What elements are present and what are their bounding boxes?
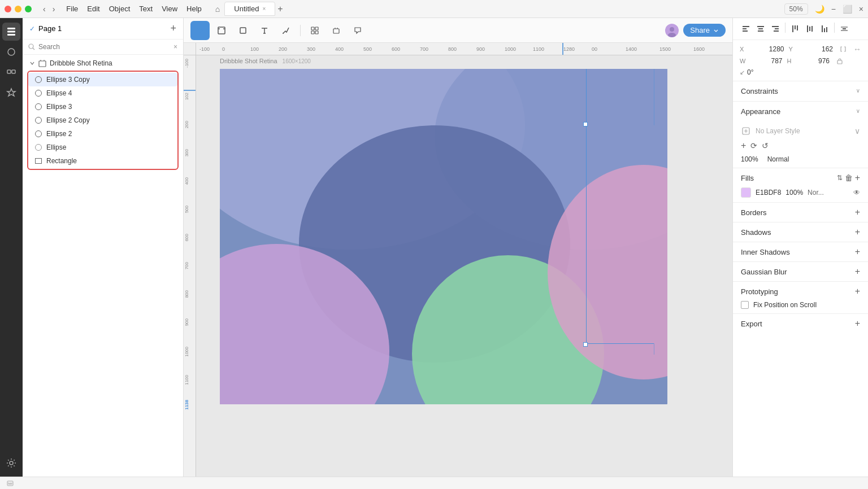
svg-rect-46 <box>843 28 846 29</box>
style-sync-btn[interactable]: ⟳ <box>750 141 757 150</box>
align-right-btn[interactable] <box>769 23 782 35</box>
shadows-add-btn[interactable]: + <box>855 227 860 237</box>
maximize-button[interactable] <box>25 6 32 12</box>
artboard-content[interactable] <box>220 69 667 404</box>
svg-rect-26 <box>743 26 749 27</box>
menu-edit[interactable]: Edit <box>87 5 99 13</box>
search-clear-button[interactable]: × <box>173 43 177 51</box>
layer-item-ellipse[interactable]: Ellipse <box>28 141 177 154</box>
appearance-header[interactable]: Appearance ∧ <box>733 102 868 121</box>
menu-help[interactable]: Help <box>186 5 202 13</box>
select-tool-btn[interactable] <box>190 21 210 40</box>
window-minimize-btn[interactable]: − <box>831 5 836 14</box>
pages-header: ✓ Page 1 + <box>23 18 183 40</box>
close-tab-icon[interactable]: × <box>262 6 266 12</box>
style-reset-btn[interactable]: ↺ <box>762 141 769 150</box>
theme-toggle[interactable]: 🌙 <box>815 5 824 14</box>
shapes-tool-btn[interactable] <box>305 21 324 40</box>
add-style-btn[interactable]: + <box>741 141 746 151</box>
svg-rect-0 <box>7 28 15 29</box>
angle-row: ↙ 0° <box>740 68 861 76</box>
close-button[interactable] <box>5 6 11 12</box>
layer-item-ellipse2copy[interactable]: Ellipse 2 Copy <box>28 113 177 127</box>
ruler-h-tick: 0 <box>222 46 225 52</box>
layer-group-dribbble[interactable]: Dribbble Shot Retina <box>23 57 183 69</box>
search-input[interactable] <box>38 43 170 51</box>
selection-line-horizontal <box>586 343 654 344</box>
proto-add-btn[interactable]: + <box>855 286 860 296</box>
add-page-button[interactable]: + <box>170 23 176 34</box>
rect-tool-btn[interactable] <box>233 21 253 40</box>
fills-delete-btn[interactable]: 🗑 <box>845 173 853 182</box>
inner-shadows-add-btn[interactable]: + <box>855 247 860 257</box>
menu-file[interactable]: File <box>66 5 78 13</box>
selection-handle-bottom[interactable] <box>583 342 588 347</box>
artboard-tool-btn[interactable] <box>327 21 346 40</box>
iconbar-plugins[interactable] <box>2 84 20 102</box>
nav-buttons: ‹ › <box>41 3 57 15</box>
flip-icon[interactable]: ↔ <box>853 45 861 54</box>
align-center-btn[interactable] <box>754 23 767 35</box>
menu-view[interactable]: View <box>162 5 177 13</box>
home-button[interactable]: ⌂ <box>215 5 220 14</box>
menu-text[interactable]: Text <box>139 5 153 13</box>
ruler-h-tick: -100 <box>199 46 210 52</box>
svg-rect-43 <box>826 27 827 32</box>
fills-add-btn[interactable]: + <box>855 173 860 183</box>
svg-rect-49 <box>7 481 13 486</box>
layer-style-dropdown-btn[interactable]: ∨ <box>854 126 860 136</box>
layer-item-ellipse3copy[interactable]: Ellipse 3 Copy <box>28 73 177 86</box>
zoom-control[interactable]: 50% <box>784 3 808 15</box>
frame-tool-btn[interactable] <box>212 21 231 40</box>
minimize-button[interactable] <box>15 6 21 12</box>
align-left-btn[interactable] <box>740 23 752 35</box>
svg-rect-32 <box>772 26 779 27</box>
fill-color-swatch[interactable] <box>741 187 751 198</box>
svg-rect-18 <box>315 27 318 30</box>
y-label: Y <box>789 46 795 53</box>
distribute-btn[interactable] <box>838 23 850 35</box>
layer-item-ellipse2[interactable]: Ellipse 2 <box>28 127 177 141</box>
iconbar-components[interactable] <box>2 43 20 61</box>
comment-tool-btn[interactable] <box>348 21 367 40</box>
align-middle-btn[interactable] <box>804 23 816 35</box>
window-restore-btn[interactable]: ⬜ <box>843 5 852 14</box>
layer-name: Rectangle <box>46 157 77 165</box>
align-top-btn[interactable] <box>789 23 801 35</box>
canvas-viewport[interactable]: Dribbble Shot Retina 1600×1200 <box>196 55 732 477</box>
menu-object[interactable]: Object <box>109 5 131 13</box>
text-tool-btn[interactable] <box>255 21 274 40</box>
fix-position-checkbox[interactable] <box>741 301 749 309</box>
gaussian-blur-add-btn[interactable]: + <box>855 267 860 277</box>
fill-visibility-btn[interactable]: 👁 <box>853 189 860 197</box>
selection-handle-top[interactable] <box>583 122 588 126</box>
pen-tool-btn[interactable] <box>276 21 296 40</box>
add-tab-button[interactable]: + <box>277 4 283 14</box>
window-close-btn[interactable]: × <box>859 5 863 14</box>
export-add-btn[interactable]: + <box>855 318 860 329</box>
lock-ratio-btn[interactable] <box>834 57 845 65</box>
iconbar-layers[interactable] <box>2 23 20 41</box>
back-button[interactable]: ‹ <box>41 3 48 15</box>
align-bottom-btn[interactable] <box>818 23 831 35</box>
layer-name: Ellipse <box>46 143 66 151</box>
forward-button[interactable]: › <box>50 3 58 15</box>
iconbar-assets[interactable] <box>2 63 20 81</box>
w-label: W <box>740 58 745 64</box>
selection-guide-right <box>654 69 654 125</box>
active-tab[interactable]: Untitled × <box>224 2 275 16</box>
layer-item-ellipse3[interactable]: Ellipse 3 <box>28 100 177 113</box>
svg-rect-41 <box>822 25 823 32</box>
fills-sort-btn[interactable]: ⇅ <box>837 174 843 182</box>
keyboard-icon <box>7 480 14 487</box>
share-button[interactable]: Share <box>683 24 726 37</box>
left-panel: ✓ Page 1 + × Dribbble Shot Retina Ellips… <box>23 18 184 477</box>
canvas-content[interactable]: -100 0 100 200 300 400 500 600 700 800 9… <box>184 43 732 477</box>
svg-rect-47 <box>837 60 842 64</box>
constraints-header[interactable]: Constraints ∧ <box>733 81 868 101</box>
borders-add-btn[interactable]: + <box>855 207 860 217</box>
layer-item-ellipse4[interactable]: Ellipse 4 <box>28 86 177 100</box>
layer-item-rectangle[interactable]: Rectangle <box>28 154 177 168</box>
iconbar-settings[interactable] <box>2 454 20 472</box>
appearance-arrow: ∧ <box>856 108 860 115</box>
